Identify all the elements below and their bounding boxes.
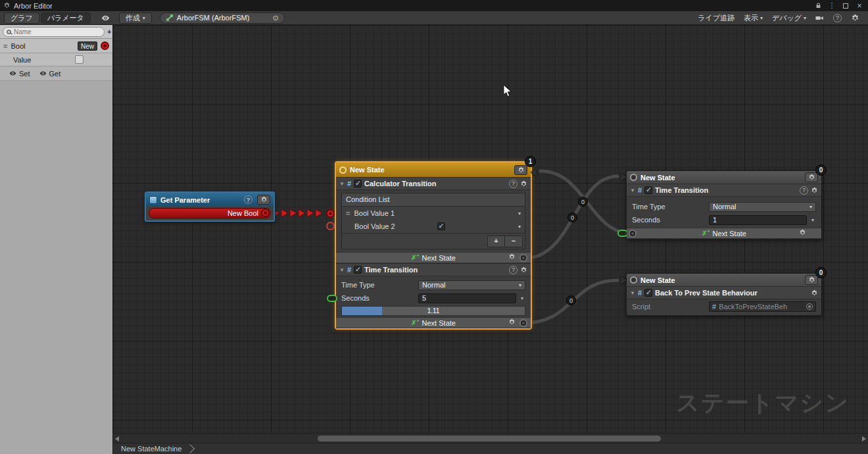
graph-breadcrumb[interactable]: ArborFSM (ArborFSM) ⊙ — [160, 13, 285, 24]
node-settings-button[interactable] — [257, 195, 270, 205]
debug-menu-button[interactable]: デバッグ ▾ — [767, 13, 811, 24]
next-state-port[interactable] — [519, 254, 527, 262]
bool-output-pill[interactable]: New Bool — [149, 208, 271, 218]
state-header[interactable]: New State — [627, 274, 821, 286]
seconds-calculator-port[interactable] — [327, 295, 337, 302]
behaviour-enabled-checkbox[interactable] — [644, 289, 652, 297]
ping-target-icon[interactable]: ⊙ — [273, 14, 279, 22]
chevron-down-icon[interactable]: ▾ — [809, 217, 816, 223]
behaviour-title: Time Transition — [655, 186, 708, 194]
next-state-port[interactable] — [519, 319, 527, 327]
script-icon: # — [638, 289, 642, 297]
gear-icon[interactable] — [520, 266, 527, 274]
scroll-right-icon[interactable] — [862, 436, 866, 441]
scroll-left-icon[interactable] — [115, 436, 119, 441]
chevron-down-icon[interactable]: ▾ — [518, 224, 521, 230]
condition-value-checkbox[interactable] — [437, 222, 445, 230]
state-input-arrow[interactable] — [621, 173, 627, 181]
seconds-input[interactable]: 1 — [709, 215, 807, 225]
help-icon[interactable]: ? — [800, 186, 808, 195]
gear-icon[interactable] — [508, 253, 516, 261]
add-condition-button[interactable]: + — [488, 236, 505, 247]
chevron-down-icon[interactable]: ▾ — [518, 211, 521, 216]
bool-parameter-port[interactable] — [101, 41, 109, 50]
gear-icon[interactable] — [811, 187, 818, 194]
script-object-field[interactable]: # BackToPrevStateBeh — [709, 301, 816, 312]
search-input[interactable] — [14, 28, 101, 36]
seconds-input[interactable]: 5 — [418, 293, 516, 303]
breadcrumb-label: ArborFSM (ArborFSM) — [177, 14, 250, 22]
horizontal-scrollbar[interactable] — [113, 433, 868, 443]
get-parameter-node[interactable]: Get Parameter ? New Bool — [145, 191, 275, 222]
state-header[interactable]: New State — [627, 171, 821, 184]
live-trace-button[interactable]: ライブ追跡 — [693, 13, 739, 24]
gear-icon[interactable] — [811, 290, 818, 297]
close-button[interactable]: × — [854, 1, 865, 11]
foldout-icon[interactable]: ▼ — [630, 188, 635, 193]
condition-row-bool-value-2[interactable]: Bool Value 2 ▾ — [342, 220, 525, 233]
state-input-arrow[interactable] — [621, 276, 627, 284]
drag-handle-icon[interactable]: = — [3, 42, 7, 50]
get-label[interactable]: Get — [49, 70, 61, 78]
next-state-link-time[interactable]: ✗+ Next State — [336, 317, 531, 328]
graph-canvas[interactable]: 0 0 0 Get Parameter ? New Bool 1 — [113, 25, 868, 433]
state-input-arrow[interactable] — [531, 168, 537, 176]
bool-value1-input-port[interactable] — [326, 209, 335, 218]
state-node-top-right[interactable]: 0 New State ▼ # Time Transition ? — [626, 170, 822, 240]
get-parameter-header[interactable]: Get Parameter ? — [146, 193, 274, 207]
create-button[interactable]: 作成 ▾ — [119, 13, 152, 24]
visibility-toggle-button[interactable] — [97, 13, 114, 24]
next-state-link-time[interactable]: ✗+ Next State — [627, 228, 821, 239]
behaviour-header-calculator-transition[interactable]: ▼ # Calculator Transition ? — [336, 177, 531, 190]
parameter-row-bool[interactable]: = Bool New — [0, 39, 112, 53]
state-header[interactable]: New State — [336, 163, 531, 177]
behaviour-header-time-transition[interactable]: ▼ # Time Transition ? — [336, 263, 531, 276]
set-label[interactable]: Set — [19, 70, 30, 78]
time-type-dropdown[interactable]: Normal ▾ — [418, 280, 525, 290]
node-settings-button[interactable] — [805, 275, 818, 285]
add-parameter-button[interactable]: + — [107, 28, 111, 36]
node-settings-button[interactable] — [514, 165, 527, 175]
bool-value2-input-port[interactable] — [326, 222, 335, 230]
bool-output-port[interactable] — [261, 209, 270, 217]
maximize-button[interactable] — [840, 1, 851, 11]
lock-icon[interactable] — [813, 1, 823, 11]
behaviour-enabled-checkbox[interactable] — [644, 186, 652, 194]
behaviour-enabled-checkbox[interactable] — [354, 266, 362, 274]
condition-row-bool-value-1[interactable]: = Bool Value 1 ▾ — [342, 207, 525, 220]
capture-button[interactable] — [811, 13, 829, 24]
foldout-icon[interactable]: ▼ — [339, 181, 345, 187]
menu-kebab-icon[interactable]: ⋮ — [827, 1, 837, 11]
remove-condition-button[interactable]: − — [505, 236, 522, 247]
help-icon[interactable]: ? — [509, 180, 518, 188]
state-node-bottom-right[interactable]: 0 New State ▼ # Back To Prev State Behav… — [626, 273, 822, 316]
statemachine-breadcrumb-tab[interactable]: New StateMachine — [113, 443, 199, 454]
foldout-icon[interactable]: ▼ — [630, 290, 635, 296]
behaviour-header-back-to-prev-state[interactable]: ▼ # Back To Prev State Behaviour — [627, 286, 821, 299]
node-settings-button[interactable] — [805, 172, 818, 182]
foldout-icon[interactable]: ▼ — [339, 267, 345, 273]
drag-handle-icon[interactable]: = — [346, 209, 350, 217]
state-node-main[interactable]: 1 New State ▼ # Calculator Transition ? — [335, 161, 532, 330]
help-icon[interactable]: ? — [509, 266, 518, 274]
next-state-port[interactable] — [629, 230, 637, 238]
help-icon[interactable]: ? — [244, 195, 253, 204]
object-picker-icon[interactable] — [806, 303, 813, 310]
parameter-name-field[interactable]: New — [78, 41, 97, 51]
value-checkbox[interactable] — [75, 55, 84, 64]
gear-icon[interactable] — [508, 318, 516, 326]
display-menu-button[interactable]: 表示 ▾ — [739, 13, 767, 24]
next-state-link-calculator[interactable]: ✗+ Next State — [336, 252, 531, 263]
search-field[interactable] — [3, 27, 105, 37]
chevron-down-icon[interactable]: ▾ — [519, 295, 525, 301]
gear-icon[interactable] — [520, 180, 527, 188]
gear-icon[interactable] — [799, 229, 806, 236]
behaviour-enabled-checkbox[interactable] — [354, 180, 362, 188]
time-type-dropdown[interactable]: Normal ▾ — [709, 202, 816, 212]
tab-parameter[interactable]: パラメータ — [41, 13, 91, 24]
settings-button[interactable] — [846, 13, 864, 24]
help-button[interactable]: ? — [829, 13, 846, 24]
tab-graph[interactable]: グラフ — [4, 13, 39, 24]
behaviour-header-time-transition[interactable]: ▼ # Time Transition ? — [627, 184, 821, 197]
scrollbar-thumb[interactable] — [318, 436, 661, 441]
